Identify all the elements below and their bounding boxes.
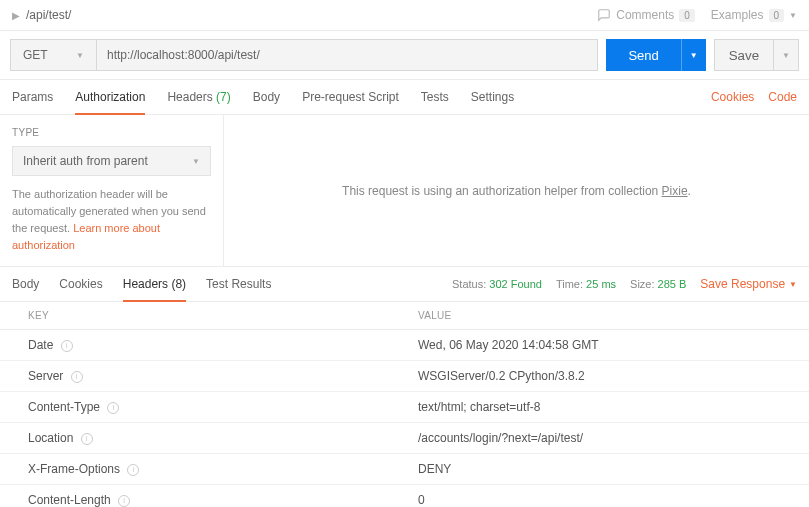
table-row: Date iWed, 06 May 2020 14:04:58 GMT	[0, 330, 809, 361]
auth-panel: TYPE Inherit auth from parent ▼ The auth…	[0, 115, 809, 267]
tab-tests[interactable]: Tests	[421, 80, 449, 114]
table-row: Server iWSGIServer/0.2 CPython/3.8.2	[0, 361, 809, 392]
send-button[interactable]: Send	[606, 39, 680, 71]
resp-tab-body[interactable]: Body	[12, 267, 39, 301]
request-row: GET ▼ Send ▼ Save ▼	[0, 31, 809, 80]
comments-label: Comments	[616, 8, 674, 22]
header-value: DENY	[408, 454, 809, 485]
comments-button[interactable]: Comments 0	[597, 8, 695, 22]
header-key: X-Frame-Options i	[18, 454, 408, 485]
header-key: Content-Length i	[18, 485, 408, 507]
response-headers-table: KEY VALUE Date iWed, 06 May 2020 14:04:5…	[0, 302, 809, 507]
auth-description: The authorization header will be automat…	[12, 186, 211, 254]
auth-type-label: TYPE	[12, 127, 211, 138]
chevron-down-icon: ▼	[782, 51, 790, 60]
chevron-down-icon: ▼	[789, 11, 797, 20]
info-icon[interactable]: i	[71, 371, 83, 383]
breadcrumb[interactable]: ▶ /api/test/	[12, 8, 597, 22]
info-icon[interactable]: i	[81, 433, 93, 445]
header-key: Date i	[18, 330, 408, 361]
code-link[interactable]: Code	[768, 90, 797, 104]
comment-icon	[597, 8, 611, 22]
header-value: WSGIServer/0.2 CPython/3.8.2	[408, 361, 809, 392]
status-value: 302 Found	[489, 278, 542, 290]
response-tabs-row: Body Cookies Headers (8) Test Results St…	[0, 267, 809, 302]
info-icon[interactable]: i	[107, 402, 119, 414]
tab-prerequest[interactable]: Pre-request Script	[302, 80, 399, 114]
header-value: text/html; charset=utf-8	[408, 392, 809, 423]
request-links: Cookies Code	[711, 90, 797, 104]
header-value: 0	[408, 485, 809, 507]
tab-headers[interactable]: Headers (7)	[167, 80, 230, 114]
method-value: GET	[23, 48, 48, 62]
info-icon[interactable]: i	[127, 464, 139, 476]
tab-params[interactable]: Params	[12, 80, 53, 114]
save-button[interactable]: Save	[714, 39, 774, 71]
breadcrumb-path: /api/test/	[26, 8, 71, 22]
table-row: X-Frame-Options iDENY	[0, 454, 809, 485]
table-row: Content-Type itext/html; charset=utf-8	[0, 392, 809, 423]
auth-type-select[interactable]: Inherit auth from parent ▼	[12, 146, 211, 176]
info-icon[interactable]: i	[61, 340, 73, 352]
header-key: Content-Type i	[18, 392, 408, 423]
method-select[interactable]: GET ▼	[10, 39, 96, 71]
chevron-down-icon: ▼	[192, 157, 200, 166]
time-value: 25 ms	[586, 278, 616, 290]
header-key: Server i	[18, 361, 408, 392]
info-icon[interactable]: i	[118, 495, 130, 507]
cookies-link[interactable]: Cookies	[711, 90, 754, 104]
auth-message: This request is using an authorization h…	[224, 115, 809, 266]
header-value: /accounts/login/?next=/api/test/	[408, 423, 809, 454]
examples-count: 0	[769, 9, 785, 22]
request-tabs: Params Authorization Headers (7) Body Pr…	[12, 80, 514, 114]
top-actions: Comments 0 Examples 0 ▼	[597, 8, 797, 22]
examples-button[interactable]: Examples 0 ▼	[711, 8, 797, 22]
chevron-down-icon: ▼	[789, 280, 797, 289]
resp-tab-headers[interactable]: Headers (8)	[123, 267, 186, 301]
auth-type-value: Inherit auth from parent	[23, 154, 148, 168]
tab-body[interactable]: Body	[253, 80, 280, 114]
resp-tab-tests[interactable]: Test Results	[206, 267, 271, 301]
request-tabs-row: Params Authorization Headers (7) Body Pr…	[0, 80, 809, 115]
col-value: VALUE	[408, 302, 809, 330]
header-value: Wed, 06 May 2020 14:04:58 GMT	[408, 330, 809, 361]
table-row: Content-Length i0	[0, 485, 809, 507]
table-row: Location i/accounts/login/?next=/api/tes…	[0, 423, 809, 454]
chevron-down-icon: ▼	[690, 51, 698, 60]
save-dropdown[interactable]: ▼	[774, 39, 799, 71]
size-value: 285 B	[658, 278, 687, 290]
chevron-down-icon: ▼	[76, 51, 84, 60]
save-response-button[interactable]: Save Response▼	[700, 277, 797, 291]
tab-settings[interactable]: Settings	[471, 80, 514, 114]
response-tabs: Body Cookies Headers (8) Test Results	[12, 267, 271, 301]
resp-tab-cookies[interactable]: Cookies	[59, 267, 102, 301]
collection-link[interactable]: Pixie	[662, 184, 688, 198]
top-bar: ▶ /api/test/ Comments 0 Examples 0 ▼	[0, 0, 809, 31]
response-meta: Status: 302 Found Time: 25 ms Size: 285 …	[452, 277, 797, 291]
comments-count: 0	[679, 9, 695, 22]
auth-sidebar: TYPE Inherit auth from parent ▼ The auth…	[0, 115, 224, 266]
header-key: Location i	[18, 423, 408, 454]
chevron-right-icon: ▶	[12, 10, 20, 21]
url-input[interactable]	[96, 39, 598, 71]
examples-label: Examples	[711, 8, 764, 22]
tab-authorization[interactable]: Authorization	[75, 80, 145, 114]
send-dropdown[interactable]: ▼	[681, 39, 706, 71]
col-key: KEY	[18, 302, 408, 330]
